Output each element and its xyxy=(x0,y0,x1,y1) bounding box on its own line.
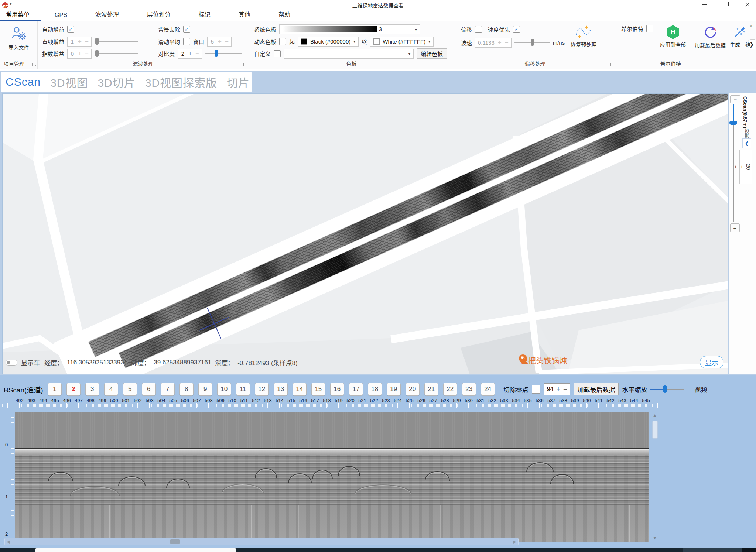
channel-button-12[interactable]: 12 xyxy=(255,383,269,396)
horizontal-scroll-thumb[interactable] xyxy=(170,539,180,544)
menu-tab-帮助[interactable]: 帮助 xyxy=(264,8,304,21)
view-tab-3D视图探索版[interactable]: 3D视图探索版 xyxy=(145,74,217,90)
channel-button-16[interactable]: 16 xyxy=(330,383,344,396)
plus-icon[interactable]: + xyxy=(78,51,82,57)
menu-tab-滤波处理[interactable]: 滤波处理 xyxy=(81,8,133,21)
exp-gain-stepper[interactable]: 0 + − xyxy=(67,49,92,59)
auto-gain-checkbox[interactable]: ✓ xyxy=(67,26,74,33)
channel-button-18[interactable]: 18 xyxy=(368,383,382,396)
dialog-launcher-icon[interactable] xyxy=(449,63,452,66)
dialog-launcher-icon[interactable] xyxy=(32,63,35,66)
channel-button-17[interactable]: 17 xyxy=(349,383,363,396)
end-color-dropdown[interactable]: White (#FFFFFF) ▾ xyxy=(370,37,434,47)
channel-button-20[interactable]: 20 xyxy=(406,383,420,396)
plus-icon[interactable]: + xyxy=(218,38,222,45)
sample-stepper[interactable]: 94 + − xyxy=(544,383,571,395)
contrast-slider[interactable] xyxy=(205,49,242,58)
bscan-horizontal-scrollbar[interactable]: ◀ ▶ xyxy=(4,538,519,545)
minimize-button[interactable] xyxy=(698,1,711,8)
menu-tab-标记[interactable]: 标记 xyxy=(185,8,225,21)
menu-tab-常用菜单[interactable]: 常用菜单 xyxy=(0,8,41,21)
channel-button-11[interactable]: 11 xyxy=(236,383,250,396)
show-car-toggle[interactable] xyxy=(6,360,17,366)
map-poi[interactable]: 渔把头铁锅炖 xyxy=(519,354,567,366)
horizontal-zoom-slider[interactable] xyxy=(650,384,684,394)
edit-palette-button[interactable]: 编辑色板 xyxy=(417,48,447,59)
linear-gain-stepper[interactable]: 1 + − xyxy=(67,37,92,47)
view-tab-3D切片[interactable]: 3D切片 xyxy=(98,74,135,90)
channel-button-8[interactable]: 8 xyxy=(179,383,194,396)
load-last-data-button[interactable]: 加载最后数据 xyxy=(692,24,728,50)
channel-button-14[interactable]: 14 xyxy=(293,383,307,396)
system-palette-dropdown[interactable]: 3 ▾ xyxy=(279,24,420,34)
plus-icon[interactable]: + xyxy=(188,51,192,57)
channel-button-7[interactable]: 7 xyxy=(161,383,175,396)
minus-icon[interactable]: − xyxy=(733,165,739,169)
view-tab-切片[interactable]: 切片 xyxy=(227,74,250,90)
custom-palette-checkbox[interactable] xyxy=(274,50,281,57)
minus-icon[interactable]: − xyxy=(225,38,229,45)
scroll-left-icon[interactable]: ◀ xyxy=(7,539,10,544)
channel-button-4[interactable]: 4 xyxy=(104,383,118,396)
slice-zoom-out-button[interactable]: − xyxy=(730,95,740,103)
scroll-down-icon[interactable]: ▼ xyxy=(651,535,659,541)
channel-button-22[interactable]: 22 xyxy=(443,383,457,396)
contrast-stepper[interactable]: 2 + − xyxy=(178,49,202,59)
slice-slider-thumb[interactable] xyxy=(729,121,737,125)
view-tab-3D视图[interactable]: 3D视图 xyxy=(50,74,88,90)
dialog-launcher-icon[interactable] xyxy=(720,63,723,66)
hilbert-checkbox[interactable] xyxy=(646,25,653,32)
bscan-vertical-scrollbar[interactable]: ▲ ▼ xyxy=(651,413,659,541)
menu-tab-GPS[interactable]: GPS xyxy=(41,10,81,21)
exp-gain-slider[interactable] xyxy=(95,49,138,58)
offset-checkbox[interactable] xyxy=(475,26,482,33)
scroll-up-icon[interactable]: ▲ xyxy=(651,413,659,418)
channel-button-6[interactable]: 6 xyxy=(142,383,156,396)
bg-remove-checkbox[interactable]: ✓ xyxy=(183,26,190,33)
restore-button[interactable] xyxy=(719,1,732,8)
collapse-panel-button[interactable]: ❮ xyxy=(742,138,751,148)
channel-button-19[interactable]: 19 xyxy=(387,383,401,396)
map-canvas[interactable]: 显示车 经度： 116.30539251333931 纬度： 39.625348… xyxy=(2,93,728,374)
channel-button-23[interactable]: 23 xyxy=(462,383,476,396)
channel-button-3[interactable]: 3 xyxy=(85,383,99,396)
load-last-data-button-bscan[interactable]: 加载最后数据 xyxy=(574,383,619,395)
plus-icon[interactable]: + xyxy=(556,385,560,393)
vertical-scroll-thumb[interactable] xyxy=(652,421,658,439)
channel-button-24[interactable]: 24 xyxy=(481,383,495,396)
menu-tab-其他[interactable]: 其他 xyxy=(225,8,264,21)
velocity-stepper[interactable]: 0.1133 + − xyxy=(475,38,512,48)
plus-icon[interactable]: + xyxy=(739,165,745,169)
dialog-launcher-icon[interactable] xyxy=(610,63,614,66)
minus-icon[interactable]: − xyxy=(195,51,199,57)
radargram[interactable] xyxy=(15,412,649,542)
minus-icon[interactable]: − xyxy=(563,385,567,393)
restore-preprocess-button[interactable]: 恢复预处理 xyxy=(568,24,599,49)
start-color-dropdown[interactable]: Black (#000000) ▾ xyxy=(298,37,359,47)
channel-button-10[interactable]: 10 xyxy=(217,383,231,396)
close-button[interactable] xyxy=(741,1,753,8)
import-file-button[interactable]: 导入文件 xyxy=(0,24,37,52)
channel-button-5[interactable]: 5 xyxy=(123,383,137,396)
channel-button-1[interactable]: 1 xyxy=(48,383,62,396)
menu-tab-层位划分[interactable]: 层位划分 xyxy=(133,8,185,21)
show-button[interactable]: 显示 xyxy=(700,356,723,368)
minus-icon[interactable]: − xyxy=(85,38,89,45)
depth-value-stepper[interactable]: 20 + − xyxy=(739,150,752,184)
window-stepper[interactable]: 5 + − xyxy=(207,37,232,47)
channel-button-15[interactable]: 15 xyxy=(311,383,325,396)
linear-gain-slider[interactable] xyxy=(95,37,138,46)
custom-palette-dropdown[interactable]: ▾ xyxy=(284,49,414,59)
dynamic-palette-checkbox[interactable] xyxy=(279,38,286,45)
minus-icon[interactable]: − xyxy=(505,40,509,46)
view-tab-CScan[interactable]: CScan xyxy=(6,76,41,88)
cut-zero-checkbox[interactable] xyxy=(532,385,540,394)
plus-icon[interactable]: + xyxy=(78,38,82,45)
channel-button-13[interactable]: 13 xyxy=(274,383,288,396)
sliding-avg-checkbox[interactable] xyxy=(183,38,190,45)
generate-3d-button[interactable]: 生成三维 xyxy=(725,24,756,49)
velocity-slider[interactable] xyxy=(514,38,550,47)
minus-icon[interactable]: − xyxy=(85,51,89,57)
apply-all-button[interactable]: H 应用到全部 xyxy=(658,24,688,49)
speed-priority-checkbox[interactable]: ✓ xyxy=(513,26,520,33)
